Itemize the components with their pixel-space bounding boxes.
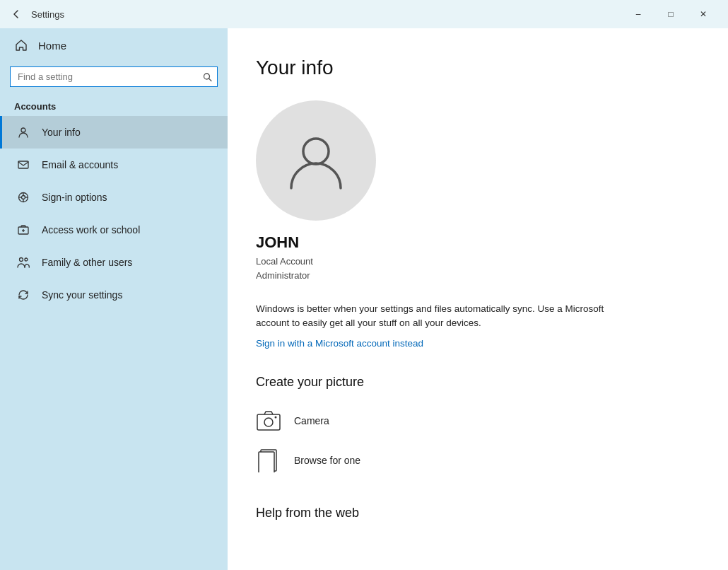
- create-picture-title: Create your picture: [256, 375, 693, 390]
- svg-line-1: [209, 78, 212, 81]
- sidebar-item-label-email: Email & accounts: [42, 159, 118, 170]
- sidebar-item-label-family: Family & other users: [42, 257, 132, 268]
- content-area: Your info JOHN Local Account Administrat…: [228, 28, 728, 570]
- sidebar-item-sync[interactable]: Sync your settings: [0, 279, 228, 311]
- avatar-section: JOHN Local Account Administrator: [256, 100, 693, 282]
- user-local-account: Local Account: [256, 255, 313, 269]
- home-icon: [14, 38, 28, 52]
- help-title: Help from the web: [256, 506, 693, 520]
- main-layout: Home Accounts Your info: [0, 28, 728, 570]
- svg-rect-3: [18, 161, 28, 168]
- browse-icon: [256, 448, 281, 473]
- signin-icon: [16, 190, 30, 204]
- sidebar-home-item[interactable]: Home: [0, 28, 228, 62]
- svg-point-2: [21, 128, 25, 132]
- app-title: Settings: [31, 9, 64, 20]
- window-controls: – □ ✕: [622, 0, 720, 28]
- sidebar-item-your-info[interactable]: Your info: [0, 116, 228, 149]
- minimize-button[interactable]: –: [622, 0, 654, 28]
- sidebar-item-label-work: Access work or school: [42, 224, 140, 235]
- work-icon: [16, 223, 30, 237]
- title-bar-left: Settings: [8, 6, 622, 22]
- sidebar-item-access-work[interactable]: Access work or school: [0, 214, 228, 246]
- camera-label: Camera: [294, 415, 329, 426]
- page-title: Your info: [256, 57, 693, 79]
- svg-rect-20: [259, 452, 274, 472]
- search-input[interactable]: [10, 66, 218, 87]
- sidebar-item-label-your-info: Your info: [42, 127, 81, 138]
- sidebar-item-label-signin: Sign-in options: [42, 192, 107, 203]
- sidebar: Home Accounts Your info: [0, 28, 228, 570]
- user-name: JOHN: [256, 233, 299, 252]
- svg-point-18: [275, 416, 277, 418]
- svg-point-14: [25, 258, 28, 261]
- ms-signin-link[interactable]: Sign in with a Microsoft account instead: [256, 338, 423, 349]
- close-button[interactable]: ✕: [687, 0, 720, 28]
- sync-info-text: Windows is better when your settings and…: [256, 302, 623, 331]
- sidebar-home-label: Home: [38, 40, 66, 52]
- email-icon: [16, 158, 30, 172]
- title-bar: Settings – □ ✕: [0, 0, 728, 28]
- sidebar-item-signin[interactable]: Sign-in options: [0, 181, 228, 214]
- sidebar-search-container: [10, 66, 218, 87]
- svg-point-15: [303, 139, 329, 164]
- user-role: Administrator: [256, 269, 310, 283]
- sidebar-item-email-accounts[interactable]: Email & accounts: [0, 149, 228, 181]
- svg-point-13: [20, 258, 23, 262]
- browse-label: Browse for one: [294, 455, 360, 466]
- svg-point-5: [22, 196, 25, 199]
- sidebar-item-label-sync: Sync your settings: [42, 289, 122, 301]
- family-icon: [16, 255, 30, 269]
- sidebar-item-family[interactable]: Family & other users: [0, 246, 228, 279]
- search-icon: [203, 72, 212, 81]
- back-button[interactable]: [8, 6, 24, 22]
- maximize-button[interactable]: □: [654, 0, 687, 28]
- sync-icon: [16, 288, 30, 302]
- avatar: [256, 100, 376, 221]
- camera-icon: [256, 408, 281, 434]
- svg-point-17: [264, 418, 273, 426]
- your-info-icon: [16, 125, 30, 139]
- browse-option[interactable]: Browse for one: [256, 441, 693, 480]
- sidebar-section-label: Accounts: [0, 94, 228, 116]
- camera-option[interactable]: Camera: [256, 401, 693, 441]
